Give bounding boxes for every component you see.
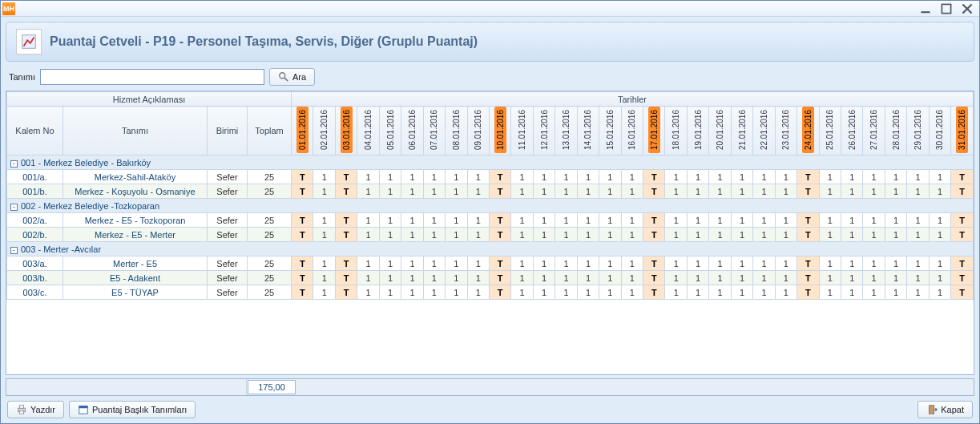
cell-day[interactable]: 1 <box>929 213 950 228</box>
cell-tanim[interactable]: Merkez - Koşuyolu - Osmaniye <box>63 184 208 199</box>
cell-day[interactable]: 1 <box>357 213 379 228</box>
cell-day[interactable]: 1 <box>379 213 401 228</box>
cell-day[interactable]: 1 <box>687 228 708 242</box>
cell-day[interactable]: 1 <box>885 271 906 285</box>
cell-day[interactable]: 1 <box>423 213 445 228</box>
cell-day[interactable]: 1 <box>621 285 643 300</box>
cell-day[interactable]: 1 <box>687 213 708 228</box>
cell-day[interactable]: T <box>292 170 313 184</box>
cell-day[interactable]: T <box>643 228 665 242</box>
cell-day[interactable]: 1 <box>379 170 401 184</box>
cell-day[interactable]: 1 <box>401 256 423 271</box>
cell-day[interactable]: T <box>489 228 510 242</box>
cell-day[interactable]: 1 <box>577 184 599 199</box>
cell-day[interactable]: 1 <box>621 213 643 228</box>
cell-day[interactable]: 1 <box>423 228 445 242</box>
header-date[interactable]: 30.01.2016 <box>929 107 950 155</box>
cell-day[interactable]: 1 <box>731 170 752 184</box>
cell-day[interactable]: 1 <box>907 170 929 184</box>
cell-day[interactable]: 1 <box>687 184 708 199</box>
cell-day[interactable]: 1 <box>555 170 577 184</box>
table-row[interactable]: 003/c.E5 - TÜYAPSefer25T1T111111T111111T… <box>7 285 974 300</box>
cell-day[interactable]: 1 <box>555 228 577 242</box>
cell-birim[interactable]: Sefer <box>208 228 248 242</box>
cell-day[interactable]: 1 <box>775 228 797 242</box>
cell-day[interactable]: T <box>335 170 357 184</box>
cell-kalem[interactable]: 002/b. <box>7 228 63 242</box>
header-date[interactable]: 04.01.2016 <box>357 107 379 155</box>
cell-day[interactable]: 1 <box>533 285 555 300</box>
cell-day[interactable]: 1 <box>841 285 862 300</box>
table-row[interactable]: 003/a.Merter - E5Sefer25T1T111111T111111… <box>7 256 974 271</box>
cell-day[interactable]: T <box>797 213 819 228</box>
cell-day[interactable]: 1 <box>357 170 379 184</box>
cell-day[interactable]: 1 <box>687 271 708 285</box>
cell-day[interactable]: 1 <box>665 256 687 271</box>
cell-day[interactable]: 1 <box>446 184 467 199</box>
cell-day[interactable]: 1 <box>379 228 401 242</box>
cell-day[interactable]: 1 <box>555 184 577 199</box>
header-date[interactable]: 19.01.2016 <box>687 107 708 155</box>
cell-day[interactable]: 1 <box>511 184 533 199</box>
cell-day[interactable]: T <box>292 271 313 285</box>
cell-kalem[interactable]: 003/c. <box>7 285 63 300</box>
cell-day[interactable]: T <box>489 184 510 199</box>
cell-tanim[interactable]: E5 - Adakent <box>63 271 208 285</box>
cell-day[interactable]: 1 <box>379 256 401 271</box>
cell-day[interactable]: 1 <box>379 271 401 285</box>
cell-day[interactable]: T <box>643 170 665 184</box>
cell-day[interactable]: 1 <box>577 256 599 271</box>
cell-day[interactable]: 1 <box>731 271 752 285</box>
header-date[interactable]: 20.01.2016 <box>709 107 731 155</box>
cell-day[interactable]: 1 <box>907 213 929 228</box>
cell-kalem[interactable]: 002/a. <box>7 213 63 228</box>
header-date[interactable]: 15.01.2016 <box>599 107 621 155</box>
cell-day[interactable]: 1 <box>753 285 775 300</box>
cell-day[interactable]: 1 <box>599 256 621 271</box>
cell-day[interactable]: 1 <box>841 170 862 184</box>
cell-day[interactable]: 1 <box>775 170 797 184</box>
header-date[interactable]: 18.01.2016 <box>665 107 687 155</box>
header-date[interactable]: 26.01.2016 <box>841 107 862 155</box>
cell-day[interactable]: T <box>335 184 357 199</box>
cell-tanim[interactable]: Merter - E5 <box>63 256 208 271</box>
header-date[interactable]: 28.01.2016 <box>885 107 906 155</box>
cell-day[interactable]: 1 <box>423 170 445 184</box>
cell-birim[interactable]: Sefer <box>208 256 248 271</box>
cell-day[interactable]: 1 <box>577 228 599 242</box>
cell-day[interactable]: T <box>797 256 819 271</box>
cell-day[interactable]: 1 <box>511 228 533 242</box>
cell-day[interactable]: 1 <box>379 285 401 300</box>
cell-day[interactable]: 1 <box>511 271 533 285</box>
cell-day[interactable]: 1 <box>929 228 950 242</box>
header-date[interactable]: 21.01.2016 <box>731 107 752 155</box>
cell-day[interactable]: 1 <box>621 271 643 285</box>
header-date[interactable]: 02.01.2016 <box>313 107 335 155</box>
cell-day[interactable]: 1 <box>511 213 533 228</box>
cell-day[interactable]: 1 <box>423 184 445 199</box>
cell-day[interactable]: T <box>489 256 510 271</box>
cell-day[interactable]: 1 <box>709 213 731 228</box>
cell-day[interactable]: T <box>951 271 974 285</box>
cell-day[interactable]: T <box>797 228 819 242</box>
search-button[interactable]: Ara <box>269 68 315 86</box>
cell-day[interactable]: T <box>335 271 357 285</box>
cell-day[interactable]: T <box>951 170 974 184</box>
header-date[interactable]: 24.01.2016 <box>797 107 819 155</box>
cell-day[interactable]: 1 <box>907 271 929 285</box>
cell-day[interactable]: 1 <box>819 285 841 300</box>
cell-day[interactable]: 1 <box>533 170 555 184</box>
collapse-icon[interactable]: - <box>10 160 18 168</box>
cell-day[interactable]: 1 <box>885 170 906 184</box>
cell-day[interactable]: 1 <box>621 256 643 271</box>
cell-day[interactable]: 1 <box>533 184 555 199</box>
cell-day[interactable]: 1 <box>401 285 423 300</box>
minimize-button[interactable] <box>915 2 936 15</box>
header-birim[interactable]: Birimi <box>208 107 248 155</box>
cell-day[interactable]: T <box>951 184 974 199</box>
cell-day[interactable]: 1 <box>819 170 841 184</box>
cell-day[interactable]: T <box>951 256 974 271</box>
cell-day[interactable]: 1 <box>885 256 906 271</box>
cell-toplam[interactable]: 25 <box>248 285 292 300</box>
cell-day[interactable]: 1 <box>446 271 467 285</box>
